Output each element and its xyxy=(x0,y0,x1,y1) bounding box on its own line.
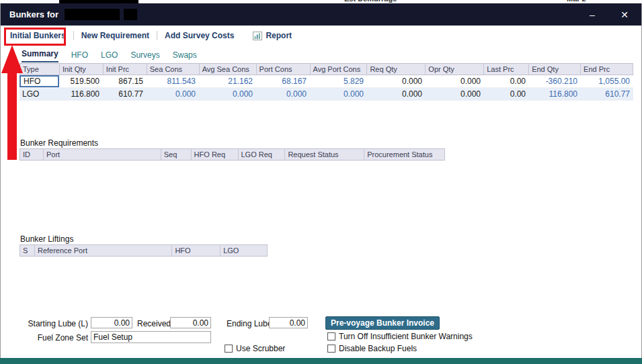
requirements-grid-empty-area xyxy=(19,161,445,232)
checkbox-box[interactable] xyxy=(225,345,233,353)
column-header-avg-sea-cons: Avg Sea Cons xyxy=(200,64,257,75)
background-text-fragment: Mar 2 xyxy=(567,0,586,3)
starting-lube-input[interactable] xyxy=(91,317,132,328)
requirements-grid-header: ID Port Seq HFO Req LGO Req Request Stat… xyxy=(19,148,445,161)
summary-cell[interactable]: 0.000 xyxy=(199,88,256,100)
report-button[interactable]: Report xyxy=(266,31,292,40)
summary-cell[interactable]: 519.500 xyxy=(59,75,103,87)
liftings-grid: S Reference Port HFO LGO xyxy=(19,244,268,305)
summary-cell[interactable]: 610.77 xyxy=(581,88,633,100)
column-header-hfo-req: HFO Req xyxy=(192,149,239,160)
column-header-hfo: HFO xyxy=(172,245,220,256)
column-header-lgo-req: LGO Req xyxy=(239,149,286,160)
fuel-zone-set-input[interactable] xyxy=(91,331,211,343)
checkbox-box[interactable] xyxy=(327,332,335,340)
summary-row-lgo: LGO 116.800 610.77 0.000 0.000 0.000 0.0… xyxy=(19,88,633,101)
tab-surveys[interactable]: Surveys xyxy=(130,50,159,62)
summary-cell[interactable]: 5.829 xyxy=(310,75,367,87)
summary-cell[interactable]: 1,055.00 xyxy=(581,75,633,87)
column-header-avg-port-cons: Avg Port Cons xyxy=(311,64,368,75)
add-survey-costs-button[interactable]: Add Survey Costs xyxy=(165,31,234,40)
summary-cell[interactable]: -360.210 xyxy=(529,75,581,87)
report-chart-icon xyxy=(253,32,262,40)
column-header-init-prc: Init Prc xyxy=(104,64,147,75)
column-header-sea-cons: Sea Cons xyxy=(147,64,200,75)
pre-voyage-bunker-invoice-button[interactable]: Pre-voyage Bunker Invoice xyxy=(325,316,440,330)
redacted-vessel-name xyxy=(65,9,120,20)
summary-cell[interactable]: 0.000 xyxy=(256,88,310,100)
summary-grid-empty-area xyxy=(19,101,633,137)
tab-swaps[interactable]: Swaps xyxy=(173,50,197,62)
bunker-liftings-label: Bunker Liftings xyxy=(20,234,73,244)
window-controls: – ✕ xyxy=(586,9,631,20)
checkbox-label: Use Scrubber xyxy=(236,344,285,353)
column-header-req-qty: Req Qty xyxy=(367,64,426,75)
window-title: Bunkers for xyxy=(9,9,58,19)
bunker-requirements-label: Bunker Requirements xyxy=(20,138,98,148)
minimize-button[interactable]: – xyxy=(586,9,598,20)
use-scrubber-checkbox[interactable]: Use Scrubber xyxy=(225,344,285,353)
summary-cell[interactable]: 68.167 xyxy=(256,75,310,87)
summary-cell-type[interactable]: HFO xyxy=(19,75,59,87)
summary-row-hfo: HFO 519.500 867.15 811.543 21.162 68.167… xyxy=(19,75,633,88)
column-header-procurement-status: Procurement Status xyxy=(364,149,445,160)
column-header-lgo: LGO xyxy=(220,245,268,256)
column-header-init-qty: Init Qty xyxy=(60,64,104,75)
summary-cell[interactable]: 0.000 xyxy=(367,75,426,87)
checkbox-label: Turn Off Insufficient Bunker Warnings xyxy=(339,332,473,341)
column-header-seq: Seq xyxy=(161,149,192,160)
summary-cell[interactable]: 0.00 xyxy=(484,75,529,87)
summary-cell[interactable]: 610.77 xyxy=(103,88,147,100)
summary-cell[interactable]: 0.000 xyxy=(310,88,367,100)
ending-lube-input[interactable] xyxy=(269,317,308,328)
summary-grid-header: Type Init Qty Init Prc Sea Cons Avg Sea … xyxy=(19,63,633,75)
summary-cell[interactable]: 0.000 xyxy=(426,88,484,100)
disable-backup-fuels-checkbox[interactable]: Disable Backup Fuels xyxy=(327,344,417,353)
toolbar-separator xyxy=(73,31,74,40)
toolbar-separator xyxy=(157,31,157,40)
summary-cell[interactable]: 867.15 xyxy=(103,75,147,87)
summary-cell[interactable]: 116.800 xyxy=(59,88,103,100)
summary-cell[interactable]: 811.543 xyxy=(147,75,199,87)
ending-lube-label: Ending Lube xyxy=(227,319,272,328)
column-header-port: Port xyxy=(44,149,161,160)
fuel-zone-set-label: Fuel Zone Set xyxy=(19,333,88,343)
screen: Est Demurrage Mar 2 Bunkers for – ✕ Init… xyxy=(0,0,642,364)
turn-off-insufficient-bunker-warnings-checkbox[interactable]: Turn Off Insufficient Bunker Warnings xyxy=(327,332,473,341)
summary-cell[interactable]: 0.000 xyxy=(426,75,484,87)
background-text-fragment: Est Demurrage xyxy=(344,0,397,3)
summary-cell[interactable]: 116.800 xyxy=(529,88,581,100)
summary-cell[interactable]: 0.000 xyxy=(367,88,426,100)
redacted-voyage-number xyxy=(124,9,137,20)
column-header-end-prc: End Prc xyxy=(581,64,633,75)
column-header-type: Type xyxy=(20,64,60,75)
annotation-arrow xyxy=(1,43,25,161)
background-bottom-strip xyxy=(0,358,642,364)
checkbox-box[interactable] xyxy=(327,345,335,353)
tab-lgo[interactable]: LGO xyxy=(101,50,118,62)
received-label: Received xyxy=(137,319,171,328)
summary-cell[interactable]: 21.162 xyxy=(199,75,256,87)
summary-cell[interactable]: 0.000 xyxy=(147,88,199,100)
column-header-opr-qty: Opr Qty xyxy=(426,64,484,75)
checkbox-label: Disable Backup Fuels xyxy=(339,344,417,353)
tab-summary[interactable]: Summary xyxy=(22,49,58,62)
column-header-reference-port: Reference Port xyxy=(35,245,172,256)
titlebar: Bunkers for – ✕ xyxy=(1,3,641,26)
liftings-grid-empty-area xyxy=(19,257,268,305)
column-header-end-qty: End Qty xyxy=(529,64,581,75)
summary-cell[interactable]: 0.00 xyxy=(484,88,529,100)
tab-bar: Summary HFO LGO Surveys Swaps xyxy=(1,46,641,62)
tab-hfo[interactable]: HFO xyxy=(71,50,88,62)
column-header-request-status: Request Status xyxy=(285,149,364,160)
received-input[interactable] xyxy=(170,317,211,328)
summary-cell-type[interactable]: LGO xyxy=(19,88,59,100)
bunkers-dialog: Bunkers for – ✕ Initial Bunkers New Requ… xyxy=(0,3,642,358)
starting-lube-label: Starting Lube (L) xyxy=(19,319,88,328)
liftings-grid-header: S Reference Port HFO LGO xyxy=(19,244,268,257)
column-header-port-cons: Port Cons xyxy=(257,64,311,75)
close-button[interactable]: ✕ xyxy=(618,9,631,20)
report-group: Report xyxy=(253,31,292,40)
summary-grid: Type Init Qty Init Prc Sea Cons Avg Sea … xyxy=(19,63,633,137)
new-requirement-button[interactable]: New Requirement xyxy=(81,31,149,40)
